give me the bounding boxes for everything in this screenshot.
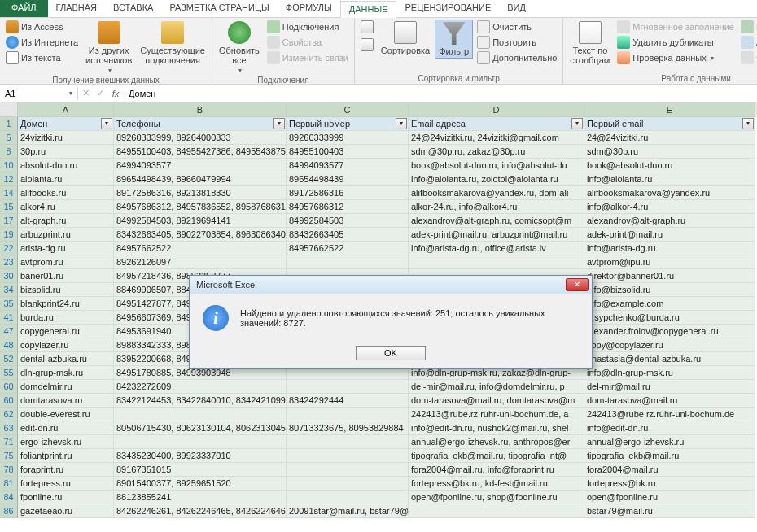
cell[interactable]: book@absolut-duo.ru, info@absolut-du (409, 159, 584, 172)
cell[interactable]: dom-tarasova@mail.ru, domtarasova@m (409, 394, 584, 408)
tab-data[interactable]: ДАННЫЕ (340, 1, 397, 18)
row-header[interactable]: 60 (0, 394, 18, 408)
sort-za-button[interactable] (358, 37, 376, 52)
what-if-button[interactable]: Анализ "что есл (738, 35, 757, 50)
row-header[interactable]: 52 (0, 352, 18, 366)
cell[interactable]: 89262126097 (114, 255, 287, 269)
cell[interactable]: fortepress.ru (18, 477, 114, 491)
select-all-corner[interactable] (0, 102, 18, 117)
row-header[interactable]: 1 (0, 117, 18, 131)
flash-fill-button[interactable]: Мгновенное заполнение (615, 20, 737, 34)
cell[interactable]: 84262246261, 84262246465, 84262246469, (114, 504, 287, 518)
clear-button[interactable]: Очистить (475, 20, 559, 34)
cell[interactable]: info@edit-dn.ru (584, 421, 755, 435)
cell[interactable]: alifbooks.ru (18, 186, 114, 200)
cell[interactable]: open@fponline.ru (584, 491, 755, 504)
cell[interactable]: info@edit-dn.ru, nushok2@mail.ru, shel (409, 421, 584, 435)
cell[interactable]: alifbooksmakarova@yandex.ru, dom-ali (409, 186, 584, 200)
cell[interactable]: avtprom.ru (18, 255, 114, 269)
cell[interactable] (114, 435, 287, 449)
remove-duplicates-button[interactable]: Удалить дубликаты (615, 35, 737, 50)
cell[interactable]: info@aiolanta.ru (584, 172, 755, 186)
row-header[interactable]: 8 (0, 145, 18, 159)
cell[interactable]: 89015400377, 89259651520 (114, 477, 287, 491)
cell[interactable]: ergo-izhevsk.ru (18, 435, 114, 449)
cell[interactable]: arbuzprint.ru (18, 228, 114, 242)
cell[interactable]: 84992584503, 89219694141 (114, 214, 287, 228)
cell[interactable]: edit-dn.ru (18, 421, 114, 435)
cell[interactable]: 83435230400, 89923337010 (114, 449, 287, 463)
cell[interactable]: 80713323675, 80953829884 (287, 421, 409, 435)
cell[interactable]: copy@copylazer.ru (584, 338, 755, 352)
cell[interactable]: 242413@rube.rz.ruhr-uni-bochum.de (584, 408, 755, 421)
cell[interactable]: arista-dg.ru (18, 242, 114, 255)
row-header[interactable]: 47 (0, 325, 18, 338)
cell[interactable]: foraprint.ru (18, 463, 114, 477)
edit-links-button[interactable]: Изменить связи (265, 50, 351, 65)
filter-dropdown-icon[interactable]: ▾ (571, 118, 583, 129)
tab-review[interactable]: РЕЦЕНЗИРОВАНИЕ (396, 0, 499, 17)
cell[interactable]: alkor-24.ru, info@alkor4.ru (409, 200, 584, 214)
cell[interactable]: gazetaeao.ru (18, 504, 114, 518)
cell[interactable]: baner01.ru (18, 269, 114, 283)
cell[interactable]: 83424292444 (287, 394, 409, 408)
cell[interactable]: alkor4.ru (18, 200, 114, 214)
filter-dropdown-icon[interactable]: ▾ (742, 118, 754, 129)
from-access-button[interactable]: Из Access (3, 20, 81, 34)
sort-button[interactable]: Сортировка (378, 20, 433, 57)
cell[interactable]: absolut-duo.ru (18, 159, 114, 172)
cell[interactable]: dln-grup-msk.ru (18, 366, 114, 380)
cell[interactable]: 20091star@mail.ru, bstar79@ya.ru, idb-20… (287, 504, 409, 518)
col-header-E[interactable]: E (584, 102, 755, 117)
cell[interactable] (287, 477, 409, 491)
cell[interactable]: dom-tarasova@mail.ru (584, 394, 755, 408)
cell[interactable]: 89260333999 (287, 131, 409, 145)
cell[interactable]: info@aiolanta.ru, zolotoi@aiolanta.ru (409, 172, 584, 186)
cell[interactable]: adek-print@mail.ru (584, 228, 755, 242)
cell[interactable]: info@dln-grup-msk.ru (584, 366, 755, 380)
cell[interactable]: alexandrov@alt-graph.ru, comicsopt@m (409, 214, 584, 228)
cell[interactable]: 89172586316, 89213818330 (114, 186, 287, 200)
tab-home[interactable]: ГЛАВНАЯ (48, 0, 105, 17)
col-header-C[interactable]: C (287, 102, 409, 117)
cell[interactable]: foliantprint.ru (18, 449, 114, 463)
cell[interactable]: 84992584503 (287, 214, 409, 228)
cell[interactable]: del-mir@mail.ru (584, 380, 755, 394)
cell[interactable]: 80506715430, 80623130104, 80623130455, (114, 421, 287, 435)
cell[interactable]: dental-azbuka.ru (18, 352, 114, 366)
cell[interactable]: bizsolid.ru (18, 283, 114, 297)
cell[interactable]: alexandrov@alt-graph.ru (584, 214, 755, 228)
cell[interactable]: copylazer.ru (18, 338, 114, 352)
consolidate-button[interactable]: Консолидация (738, 20, 757, 34)
cell[interactable] (287, 380, 409, 394)
row-header[interactable]: 62 (0, 408, 18, 421)
cell[interactable]: 89172586316 (287, 186, 409, 200)
refresh-all-button[interactable]: Обновить все▾ (216, 20, 263, 76)
row-header[interactable]: 12 (0, 172, 18, 186)
advanced-button[interactable]: Дополнительно (475, 50, 559, 65)
dialog-titlebar[interactable]: Microsoft Excel ✕ (190, 276, 592, 294)
cell[interactable]: 83422124453, 83422840010, 83424210990, (114, 394, 287, 408)
formula-input[interactable] (124, 87, 757, 100)
cell[interactable] (287, 449, 409, 463)
col-header-A[interactable]: A (18, 102, 114, 117)
filter-dropdown-icon[interactable]: ▾ (101, 118, 112, 129)
cell[interactable] (287, 491, 409, 504)
row-header[interactable]: 55 (0, 366, 18, 380)
row-header[interactable]: 71 (0, 435, 18, 449)
cell[interactable] (287, 435, 409, 449)
enter-icon[interactable]: ✓ (93, 88, 107, 98)
cell[interactable]: domdelmir.ru (18, 380, 114, 394)
cell[interactable]: domtarasova.ru (18, 394, 114, 408)
cell[interactable]: tipografia_ekb@mail.ru, tipografia_nt@ (409, 449, 584, 463)
cell[interactable]: alt-graph.ru (18, 214, 114, 228)
cell[interactable]: book@absolut-duo.ru (584, 159, 755, 172)
header-cell[interactable]: Email адреса▾ (409, 117, 584, 131)
cell[interactable]: annual@ergo-izhevsk.ru, anthropos@er (409, 435, 584, 449)
cell[interactable]: 84955100403 (287, 145, 409, 159)
cell[interactable]: sdm@30p.ru, zakaz@30p.ru (409, 145, 584, 159)
row-header[interactable]: 30 (0, 269, 18, 283)
cell[interactable]: 89654498439 (287, 172, 409, 186)
row-header[interactable]: 35 (0, 297, 18, 311)
cell[interactable]: del-mir@mail.ru, info@domdelmir.ru, p (409, 380, 584, 394)
